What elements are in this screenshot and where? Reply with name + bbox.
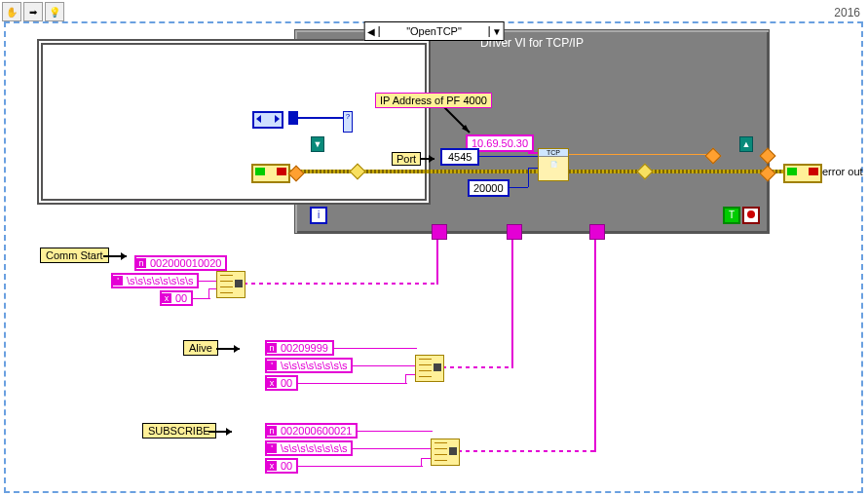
comm-const-b-val: \s\s\s\s\s\s\s\s (127, 275, 193, 286)
wire-refnum (567, 154, 713, 155)
comm-const-c[interactable]: x00 (160, 290, 193, 306)
alive-const-c[interactable]: x00 (265, 375, 298, 391)
alive-const-c-val: 00 (281, 377, 292, 389)
w-sub-out-v (594, 238, 596, 452)
arrow-ip (442, 105, 475, 138)
block-diagram: ✋ ➡ 💡 2016 Action ? error in error out D… (0, 0, 868, 496)
ip-address-label: IP Address of PF 4000 (375, 93, 492, 108)
shift-register-string-1 (432, 224, 447, 240)
w-comm-c2 (208, 288, 209, 299)
shift-register-string-2 (507, 224, 522, 240)
port-label: Port (392, 152, 421, 166)
alive-const-b-val: \s\s\s\s\s\s\s\s (281, 360, 347, 371)
alive-const-a-val: 00209999 (281, 342, 328, 354)
sub-const-b-val: \s\s\s\s\s\s\s\s (281, 442, 347, 454)
w-sub-c1 (294, 466, 423, 467)
action-terminal (288, 111, 298, 125)
w-sub-out-h (458, 450, 594, 452)
loop-condition-true: T (723, 207, 740, 224)
comm-const-c-val: 00 (175, 292, 187, 304)
wire-timeout-h (507, 187, 528, 188)
w-alive-a (323, 348, 417, 349)
concat-sub[interactable] (431, 439, 460, 466)
sub-const-b[interactable]: '\s\s\s\s\s\s\s\s (265, 440, 353, 456)
case-prev-icon[interactable]: ◀ (364, 26, 379, 37)
alive-const-b[interactable]: '\s\s\s\s\s\s\s\s (265, 358, 353, 373)
case-selector-terminal: ? (343, 111, 353, 133)
sub-const-c[interactable]: x00 (265, 458, 298, 474)
case-structure (37, 39, 431, 205)
alive-const-a[interactable]: n00209999 (265, 340, 334, 356)
wire-action (298, 117, 343, 119)
port-constant[interactable]: 4545 (440, 148, 479, 166)
subscribe-label: SUBSCRIBE (142, 423, 216, 439)
highlight-tool-icon[interactable]: 💡 (45, 2, 64, 21)
shift-register-right: ▲ (739, 136, 753, 152)
action-ring-control[interactable] (252, 111, 283, 129)
case-frame-name: "OpenTCP" (379, 25, 489, 37)
sub-const-a[interactable]: n002000600021 (265, 423, 358, 439)
error-out-label: error out (822, 166, 863, 177)
sub-const-c-val: 00 (281, 460, 292, 472)
svg-marker-7 (234, 345, 240, 353)
concat-comm[interactable] (216, 271, 245, 298)
wire-port (475, 156, 540, 157)
svg-marker-3 (429, 155, 434, 163)
w-alive-c1 (294, 383, 407, 384)
case-next-icon[interactable]: ▼ (489, 26, 504, 37)
comm-const-b[interactable]: '\s\s\s\s\s\s\s\s (111, 273, 199, 288)
w-sub-c2 (421, 458, 422, 467)
tcp-node-header: TCP (539, 149, 568, 157)
tcp-node-body: 📄 (539, 157, 568, 168)
w-alive-out-v (511, 238, 513, 368)
error-out-terminal[interactable] (783, 164, 822, 183)
w-alive-c2 (405, 374, 406, 384)
comm-start-label: Comm Start (40, 248, 109, 263)
svg-marker-5 (121, 252, 127, 260)
w-comm-out-h (244, 283, 436, 285)
comm-const-a-val: 002000010020 (150, 257, 221, 269)
toolbar: ✋ ➡ 💡 (2, 2, 64, 21)
timeout-constant[interactable]: 20000 (468, 179, 509, 197)
comm-const-a[interactable]: n002000010020 (134, 255, 227, 271)
tcp-open-node[interactable]: TCP 📄 (538, 148, 569, 181)
step-tool-icon[interactable]: ➡ (23, 2, 43, 21)
pan-tool-icon[interactable]: ✋ (2, 2, 21, 21)
sub-const-a-val: 002000600021 (281, 425, 352, 437)
error-in-terminal[interactable] (251, 164, 290, 183)
w-comm-out-v (436, 238, 438, 285)
concat-alive[interactable] (415, 355, 444, 382)
wire-timeout-v (528, 168, 529, 187)
shift-register-string-3 (589, 224, 605, 240)
arrow-sub (208, 427, 238, 437)
svg-marker-9 (226, 428, 232, 436)
w-alive-out-h (442, 366, 512, 368)
labview-version: 2016 (834, 6, 860, 19)
case-selector[interactable]: ◀ "OpenTCP" ▼ (363, 21, 505, 41)
alive-label: Alive (183, 340, 218, 356)
w-sub-b (349, 448, 433, 449)
w-alive-b (349, 365, 417, 366)
arrow-comm (103, 251, 132, 261)
loop-stop-terminal[interactable] (742, 207, 760, 224)
loop-iteration-terminal: i (310, 207, 327, 224)
shift-register-left: ▼ (311, 136, 324, 152)
arrow-alive (216, 344, 245, 354)
